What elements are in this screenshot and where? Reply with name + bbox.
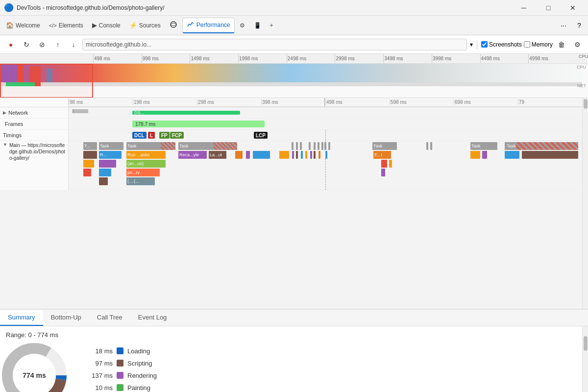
overview-content[interactable]: CPU NET <box>0 64 588 98</box>
tab-welcome[interactable]: 🏠 Welcome <box>2 18 44 33</box>
tab-summary[interactable]: Summary <box>0 310 43 326</box>
main-thread-row: ▼ Main — https://microsoftedge.github.io… <box>0 141 582 191</box>
subtask-long-2 <box>522 151 578 159</box>
download-button[interactable]: ↓ <box>67 38 80 51</box>
ruler-tick-7: 3998 ms <box>432 54 451 63</box>
tab-sources-label: Sources <box>139 22 161 29</box>
task-small-1 <box>292 142 294 150</box>
clear-button[interactable]: 🗑 <box>555 38 568 51</box>
stack-2 <box>83 160 94 168</box>
subtask-sm-6 <box>296 151 298 159</box>
timing-dcl: DCL <box>132 132 147 139</box>
selected-region[interactable] <box>0 64 93 98</box>
timing-l: L <box>148 132 155 139</box>
tab-console-label: Console <box>99 22 121 29</box>
device-icon: 📱 <box>254 22 261 29</box>
task-2-wrapper: Task <box>126 142 175 150</box>
detail-tick-2: 298 ms <box>197 99 214 105</box>
legend-loading: 18 ms Loading <box>88 347 157 355</box>
task-6: Task <box>470 142 497 150</box>
detail-ruler-row: 98 ms 198 ms 298 ms 398 ms 498 ms 598 ms… <box>0 98 582 107</box>
task-tiny-2 <box>430 142 432 150</box>
timings-label[interactable]: Timings <box>0 130 69 141</box>
donut-svg <box>0 341 69 392</box>
task-t: T... <box>83 142 97 150</box>
maximize-button[interactable]: □ <box>537 0 560 16</box>
refresh-button[interactable]: ↻ <box>20 38 33 51</box>
timeline-scrollbar[interactable] <box>582 98 588 309</box>
task-1: Task <box>99 142 123 150</box>
settings-icon: ⚙ <box>240 22 245 29</box>
ruler-tick-3: 1998 ms <box>238 54 258 63</box>
sources-icon: ⚡ <box>129 22 137 29</box>
scrollbar-thumb[interactable] <box>584 99 588 109</box>
tab-event-log[interactable]: Event Log <box>130 310 175 326</box>
subtask-anus: (an...us) <box>126 160 166 168</box>
subtask-e-3 <box>381 169 385 176</box>
elements-icon: </> <box>49 23 57 28</box>
url-input[interactable] <box>82 39 467 50</box>
ruler-tick-5: 2998 ms <box>335 54 354 63</box>
devtools-settings-button[interactable]: ⚙ <box>570 38 584 51</box>
legend-scripting-color <box>117 360 123 367</box>
subtask-sm-7 <box>301 151 303 159</box>
timings-content: DCL L FP FCP LCP <box>69 130 582 141</box>
frames-bar: 178.7 ms <box>132 121 265 127</box>
task-small-3 <box>300 142 302 150</box>
timeline-overview[interactable]: 498 ms 998 ms 1498 ms 1998 ms 2498 ms 29… <box>0 54 588 98</box>
minimize-button[interactable]: ─ <box>513 0 535 16</box>
detail-tick-1: 198 ms <box>133 99 150 105</box>
url-dropdown[interactable]: ▾ <box>470 41 473 48</box>
legend-rendering-color <box>117 372 123 379</box>
task-small-9 <box>328 142 330 150</box>
bottom-content-wrapper: Range: 0 - 774 ms <box>0 326 588 392</box>
upload-button[interactable]: ↑ <box>51 38 65 51</box>
subtask-sm-11 <box>318 151 320 159</box>
task-small-2 <box>296 142 298 150</box>
subtask-sm-4 <box>279 151 289 159</box>
tab-welcome-label: Welcome <box>16 22 40 29</box>
more-tabs-button[interactable]: ··· <box>557 19 570 32</box>
record-button[interactable]: ● <box>4 38 18 51</box>
subtask-la: La...ut <box>209 151 226 159</box>
tab-elements[interactable]: </> Elements <box>45 18 87 33</box>
tab-settings[interactable]: ⚙ <box>236 18 249 33</box>
help-button[interactable]: ? <box>572 19 586 32</box>
frames-label[interactable]: Frames <box>0 119 69 129</box>
bottom-tabs: Summary Bottom-Up Call Tree Event Log <box>0 310 588 326</box>
frames-row: Frames 178.7 ms <box>0 119 582 130</box>
toolbar-separator <box>477 40 477 49</box>
subtask-sm-10 <box>314 151 316 159</box>
close-button[interactable]: ✕ <box>562 0 584 16</box>
stack-3 <box>83 169 91 176</box>
bottom-scrollbar[interactable] <box>582 326 588 392</box>
legend-loading-color <box>117 347 123 354</box>
tab-bottom-up[interactable]: Bottom-Up <box>43 310 89 326</box>
main-thread-label[interactable]: ▼ Main — https://microsoftedge.github.io… <box>0 141 69 190</box>
tab-console[interactable]: ▶ Console <box>88 18 124 33</box>
window-title: DevTools - microsoftedge.github.io/Demos… <box>17 4 164 11</box>
network-label[interactable]: ▶ Network <box>0 107 69 118</box>
subtask-long-1 <box>505 151 519 159</box>
screenshots-checkbox[interactable]: Screenshots <box>481 41 522 48</box>
console-icon: ▶ <box>92 22 97 29</box>
legend: 18 ms Loading 97 ms Scripting 137 ms <box>88 347 157 392</box>
network-bar: DS... <box>132 111 240 115</box>
performance-icon <box>187 21 195 30</box>
tab-device[interactable]: 📱 <box>250 18 265 33</box>
tab-performance[interactable]: Performance <box>182 18 235 33</box>
bottom-scrollbar-thumb[interactable] <box>584 336 588 351</box>
memory-checkbox[interactable]: Memory <box>524 41 553 48</box>
tab-bar-more: ··· ? <box>557 19 586 32</box>
stop-button[interactable]: ⊘ <box>35 38 49 51</box>
tab-network[interactable] <box>166 18 181 33</box>
ruler-tick-2: 1498 ms <box>190 54 209 63</box>
window-controls: ─ □ ✕ <box>513 0 584 16</box>
timeline-detail: 98 ms 198 ms 298 ms 398 ms 498 ms 598 ms… <box>0 98 588 309</box>
task-long-wrapper: Task <box>505 142 578 150</box>
bottom-panel: Summary Bottom-Up Call Tree Event Log Ra… <box>0 309 588 392</box>
tab-call-tree[interactable]: Call Tree <box>89 310 130 326</box>
task-tiny-1 <box>426 142 428 150</box>
tab-add[interactable]: + <box>266 18 277 33</box>
tab-sources[interactable]: ⚡ Sources <box>125 18 165 33</box>
